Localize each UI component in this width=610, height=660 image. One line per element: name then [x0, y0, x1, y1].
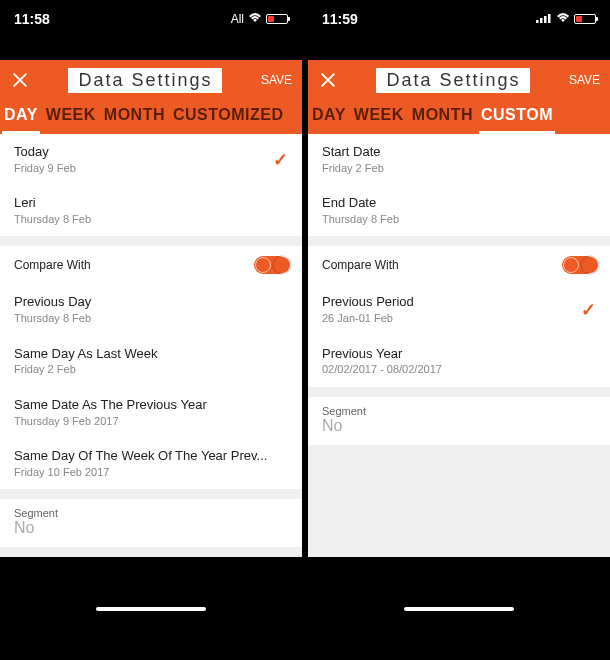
- compare-toggle[interactable]: [254, 256, 288, 274]
- compare-option[interactable]: Same Day Of The Week Of The Year Prev...…: [0, 438, 302, 489]
- option-title: Leri: [14, 195, 288, 212]
- option-title: Previous Day: [14, 294, 288, 311]
- status-bar: 11:59: [308, 0, 610, 38]
- option-sub: Thursday 9 Feb 2017: [14, 414, 288, 428]
- svg-rect-0: [536, 20, 539, 23]
- status-bar: 11:58 All: [0, 0, 302, 38]
- option-sub: Friday 2 Feb: [14, 362, 288, 376]
- signal-icon: [536, 12, 552, 26]
- compare-with-row: Compare With: [308, 246, 610, 284]
- save-button[interactable]: SAVE: [261, 73, 292, 87]
- start-date-row[interactable]: Start Date Friday 2 Feb: [308, 134, 610, 185]
- option-sub: Thursday 8 Feb: [14, 212, 288, 226]
- tab-day[interactable]: DAY: [0, 100, 42, 134]
- header: Data Settings SAVE: [308, 60, 610, 100]
- segment-row[interactable]: Segment No: [308, 397, 610, 445]
- svg-rect-2: [544, 16, 547, 23]
- header-title-wrap: Data Settings: [338, 68, 569, 93]
- tab-customized[interactable]: CUSTOM: [477, 100, 557, 134]
- option-sub: 26 Jan-01 Feb: [322, 311, 581, 325]
- check-icon: ✓: [581, 299, 596, 321]
- row-title: Start Date: [322, 144, 596, 161]
- row-title: End Date: [322, 195, 596, 212]
- tab-month[interactable]: MONTH: [408, 100, 477, 134]
- tabs: DAY WEEK MONTH CUSTOM: [308, 100, 610, 134]
- segment-label: Segment: [14, 507, 288, 519]
- status-icons: All: [231, 12, 288, 26]
- svg-rect-1: [540, 18, 543, 23]
- option-title: Previous Period: [322, 294, 581, 311]
- row-sub: Thursday 8 Feb: [322, 212, 596, 226]
- segment-label: Segment: [322, 405, 596, 417]
- battery-icon: [266, 14, 288, 24]
- close-icon[interactable]: [10, 70, 30, 90]
- option-today[interactable]: Today Friday 9 Feb ✓: [0, 134, 302, 185]
- phone-left: 11:58 All Data Settings SAVE DAY WEEK MO…: [0, 0, 302, 617]
- carrier-label: All: [231, 12, 244, 26]
- content: Today Friday 9 Feb ✓ Leri Thursday 8 Feb…: [0, 134, 302, 557]
- option-sub: 02/02/2017 - 08/02/2017: [322, 362, 596, 376]
- battery-icon: [574, 14, 596, 24]
- segment-value: No: [14, 519, 288, 537]
- tab-month[interactable]: MONTH: [100, 100, 169, 134]
- save-button[interactable]: SAVE: [569, 73, 600, 87]
- close-icon[interactable]: [318, 70, 338, 90]
- option-title: Same Day Of The Week Of The Year Prev...: [14, 448, 288, 465]
- option-title: Today: [14, 144, 273, 161]
- wifi-icon: [248, 12, 262, 26]
- status-icons: [536, 12, 596, 26]
- compare-with-row: Compare With: [0, 246, 302, 284]
- option-sub: Friday 9 Feb: [14, 161, 273, 175]
- bottom-area: [0, 557, 302, 617]
- option-title: Previous Year: [322, 346, 596, 363]
- row-sub: Friday 2 Feb: [322, 161, 596, 175]
- option-sub: Friday 10 Feb 2017: [14, 465, 288, 479]
- tab-week[interactable]: WEEK: [350, 100, 408, 134]
- compare-option[interactable]: Previous Period 26 Jan-01 Feb ✓: [308, 284, 610, 335]
- page-title: Data Settings: [376, 68, 530, 93]
- phone-right: 11:59 Data Settings SAVE DAY WEEK: [308, 0, 610, 617]
- content: Start Date Friday 2 Feb End Date Thursda…: [308, 134, 610, 557]
- compare-option[interactable]: Same Date As The Previous Year Thursday …: [0, 387, 302, 438]
- compare-option[interactable]: Previous Day Thursday 8 Feb: [0, 284, 302, 335]
- tab-week[interactable]: WEEK: [42, 100, 100, 134]
- header-title-wrap: Data Settings: [30, 68, 261, 93]
- option-sub: Thursday 8 Feb: [14, 311, 288, 325]
- status-time: 11:58: [14, 11, 50, 27]
- tabs: DAY WEEK MONTH CUSTOMIZED: [0, 100, 302, 134]
- wifi-icon: [556, 12, 570, 26]
- header: Data Settings SAVE: [0, 60, 302, 100]
- tab-day[interactable]: DAY: [308, 100, 350, 134]
- segment-value: No: [322, 417, 596, 435]
- end-date-row[interactable]: End Date Thursday 8 Feb: [308, 185, 610, 236]
- home-indicator[interactable]: [96, 607, 206, 611]
- page-title: Data Settings: [68, 68, 222, 93]
- compare-label: Compare With: [322, 258, 562, 272]
- home-indicator[interactable]: [404, 607, 514, 611]
- svg-rect-3: [548, 14, 551, 23]
- bottom-area: [308, 557, 610, 617]
- compare-label: Compare With: [14, 258, 254, 272]
- check-icon: ✓: [273, 149, 288, 171]
- segment-row[interactable]: Segment No: [0, 499, 302, 547]
- compare-option[interactable]: Same Day As Last Week Friday 2 Feb: [0, 336, 302, 387]
- compare-option[interactable]: Previous Year 02/02/2017 - 08/02/2017: [308, 336, 610, 387]
- status-time: 11:59: [322, 11, 358, 27]
- compare-toggle[interactable]: [562, 256, 596, 274]
- option-title: Same Day As Last Week: [14, 346, 288, 363]
- option-yesterday[interactable]: Leri Thursday 8 Feb: [0, 185, 302, 236]
- tab-customized[interactable]: CUSTOMIZED: [169, 100, 287, 134]
- option-title: Same Date As The Previous Year: [14, 397, 288, 414]
